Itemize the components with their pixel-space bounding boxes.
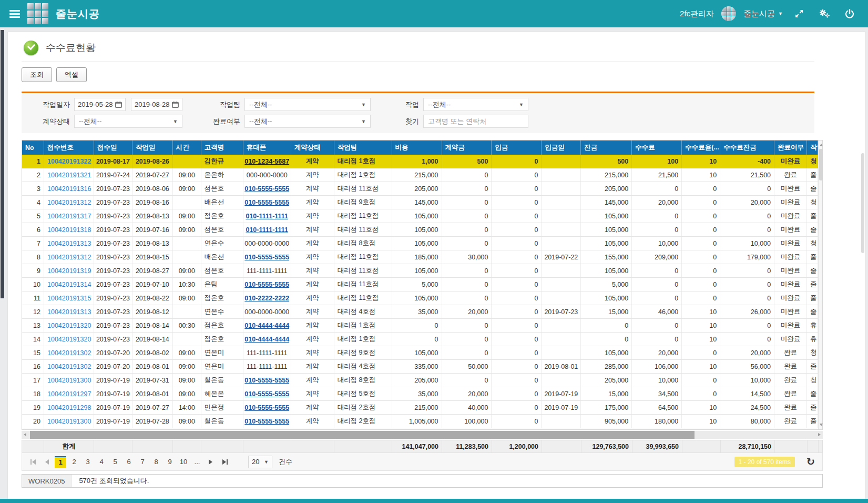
search-button[interactable]: 조회	[22, 67, 52, 82]
date-to-field[interactable]: 2019-08-28	[131, 98, 182, 111]
first-page-icon[interactable]	[27, 456, 39, 468]
phone-link[interactable]: 010-1234-5687	[244, 158, 289, 165]
phone-link[interactable]: 010-1111-1111	[246, 226, 288, 234]
vertical-scrollbar-thumb[interactable]	[819, 149, 823, 180]
phone-link[interactable]: 010-5555-5555	[244, 199, 289, 206]
contract-status-select[interactable]: --전체-- ▼	[74, 115, 182, 128]
receipt-number-link[interactable]: 100420191321	[47, 172, 91, 179]
table-row[interactable]: 111004201913152019-07-232019-08-2209:00점…	[22, 291, 818, 305]
receipt-number-link[interactable]: 100420191317	[47, 213, 91, 220]
table-row[interactable]: 41004201913122019-07-232019-08-16배은선010-…	[22, 196, 818, 209]
phone-link[interactable]: 010-1111-1111	[246, 213, 288, 220]
page-button-2[interactable]: 2	[68, 456, 80, 468]
receipt-number-link[interactable]: 100420191302	[47, 349, 91, 357]
vertical-scrollbar[interactable]	[818, 140, 822, 429]
scroll-left-icon[interactable]	[24, 433, 26, 436]
horizontal-scrollbar-thumb[interactable]	[30, 431, 695, 439]
phone-link[interactable]: 010-5555-5555	[244, 404, 289, 411]
column-header-6[interactable]: 휴대폰	[243, 140, 291, 155]
receipt-number-link[interactable]: 100420191320	[47, 336, 91, 343]
user-avatar-grid-icon[interactable]	[721, 6, 736, 21]
table-row[interactable]: 191004201912982019-07-192019-07-2714:00민…	[22, 401, 818, 415]
phone-link[interactable]: 010-4444-4444	[244, 336, 289, 343]
page-ellipsis[interactable]: ...	[191, 456, 203, 468]
table-row[interactable]: 81004201913122019-07-232019-08-15배은선010-…	[22, 250, 818, 264]
column-header-9[interactable]: 비용	[392, 140, 442, 155]
power-logout-icon[interactable]	[841, 9, 859, 18]
date-from-field[interactable]: 2019-05-28	[74, 98, 126, 111]
page-button-5[interactable]: 5	[109, 456, 121, 468]
page-button-6[interactable]: 6	[123, 456, 135, 468]
complete-select[interactable]: --전체-- ▼	[244, 115, 371, 128]
page-button-3[interactable]: 3	[82, 456, 94, 468]
page-button-10[interactable]: 10	[178, 456, 189, 468]
app-logo-grid-icon[interactable]	[27, 3, 48, 24]
table-row[interactable]: 71004201913132019-07-232019-08-13연은수000-…	[22, 237, 818, 250]
page-button-7[interactable]: 7	[137, 456, 148, 468]
scroll-right-icon[interactable]	[818, 433, 821, 436]
page-button-1[interactable]: 1	[55, 456, 66, 468]
next-page-icon[interactable]	[205, 456, 217, 468]
last-page-icon[interactable]	[219, 456, 230, 468]
column-header-13[interactable]: 잔금	[581, 140, 632, 155]
column-header-5[interactable]: 고객명	[201, 140, 243, 155]
column-header-10[interactable]: 계약금	[442, 140, 492, 155]
job-select[interactable]: --전체-- ▼	[423, 98, 528, 111]
column-header-8[interactable]: 작업팀	[334, 140, 392, 155]
column-header-12[interactable]: 입금일	[542, 140, 581, 155]
table-row[interactable]: 61004201913182019-07-232019-07-1609:00점은…	[22, 223, 818, 237]
table-row[interactable]: 201004201913002019-07-192019-07-2809:00철…	[22, 415, 818, 428]
column-header-14[interactable]: 수수료	[632, 140, 682, 155]
receipt-number-link[interactable]: 100420191313	[47, 240, 91, 247]
table-row[interactable]: 141004201913202019-07-232019-08-14점은호010…	[22, 333, 818, 346]
receipt-number-link[interactable]: 100420191297	[47, 390, 91, 398]
column-header-2[interactable]: 접수일	[94, 140, 132, 155]
column-header-1[interactable]: 접수번호	[44, 140, 94, 155]
column-header-4[interactable]: 시간	[173, 140, 201, 155]
page-button-9[interactable]: 9	[164, 456, 176, 468]
workspace-dropdown[interactable]: 줄눈시공 ▼	[743, 9, 783, 19]
receipt-number-link[interactable]: 100420191319	[47, 267, 91, 275]
receipt-number-link[interactable]: 100420191312	[47, 199, 91, 206]
column-header-7[interactable]: 계약상태	[291, 140, 334, 155]
column-header-17[interactable]: 완료여부	[774, 140, 807, 155]
receipt-number-link[interactable]: 100420191298	[47, 404, 91, 411]
horizontal-scrollbar[interactable]	[22, 431, 823, 439]
scroll-up-icon[interactable]	[820, 144, 823, 146]
column-header-3[interactable]: 작업일	[132, 140, 173, 155]
table-row[interactable]: 181004201912972019-07-192019-08-0109:00혜…	[22, 387, 818, 401]
receipt-number-link[interactable]: 100420191302	[47, 363, 91, 370]
table-row[interactable]: 11004201913222019-08-172019-08-26김한규010-…	[22, 155, 818, 168]
table-row[interactable]: 51004201913172019-07-232019-08-1309:00점은…	[22, 209, 818, 223]
prev-page-icon[interactable]	[41, 456, 53, 468]
column-header-0[interactable]: No	[22, 140, 44, 155]
page-size-select[interactable]: 20 ▼	[248, 456, 272, 468]
table-row[interactable]: 161004201913022019-07-202019-08-0109:00연…	[22, 360, 818, 374]
phone-link[interactable]: 010-5555-5555	[244, 390, 289, 398]
column-header-11[interactable]: 입금	[492, 140, 542, 155]
table-row[interactable]: 91004201913192019-07-232019-08-2709:00점은…	[22, 264, 818, 278]
fullscreen-icon[interactable]	[790, 9, 808, 18]
column-header-15[interactable]: 수수료율(...	[682, 140, 720, 155]
receipt-number-link[interactable]: 100420191300	[47, 377, 91, 384]
receipt-number-link[interactable]: 100420191300	[47, 418, 91, 425]
excel-button[interactable]: 엑셀	[56, 67, 87, 82]
table-row[interactable]: 31004201913162019-07-232019-08-0609:00점은…	[22, 182, 818, 196]
receipt-number-link[interactable]: 100420191322	[47, 158, 91, 165]
receipt-number-link[interactable]: 100420191313	[47, 308, 91, 316]
receipt-number-link[interactable]: 100420191312	[47, 254, 91, 261]
refresh-icon[interactable]: ↻	[806, 456, 815, 468]
team-select[interactable]: --전체-- ▼	[244, 98, 371, 111]
receipt-number-link[interactable]: 100420191314	[47, 281, 91, 288]
table-row[interactable]: 101004201913142019-07-232019-07-1010:30은…	[22, 278, 818, 291]
phone-link[interactable]: 010-5555-5555	[244, 185, 289, 193]
receipt-number-link[interactable]: 100420191318	[47, 226, 91, 234]
phone-link[interactable]: 010-5555-5555	[244, 377, 289, 384]
phone-link[interactable]: 010-5555-5555	[244, 254, 289, 261]
scroll-down-icon[interactable]	[820, 424, 823, 426]
phone-link[interactable]: 010-5555-5555	[244, 281, 289, 288]
collapsed-sidebar[interactable]	[1, 30, 4, 298]
table-row[interactable]: 151004201913022019-07-202019-08-0209:00연…	[22, 346, 818, 360]
page-button-4[interactable]: 4	[96, 456, 107, 468]
column-header-16[interactable]: 수수료잔금	[720, 140, 774, 155]
